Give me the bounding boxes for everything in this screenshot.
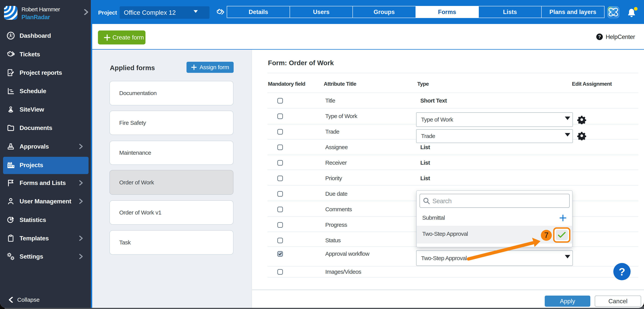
svg-text:?: ? [598, 34, 601, 39]
